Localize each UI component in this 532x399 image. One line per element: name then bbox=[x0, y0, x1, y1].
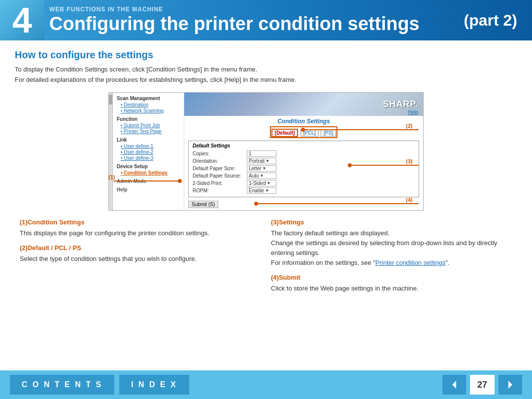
desc-heading-2: (2)Default / PCL / PS bbox=[20, 243, 261, 253]
sim-row-paper-source: Default Paper Source: Auto ▼ bbox=[193, 173, 415, 179]
sidebar-scan-header: Scan Management bbox=[117, 96, 180, 101]
sim-settings-box-title: Default Settings bbox=[193, 143, 415, 148]
sidebar-function-header: Function bbox=[117, 116, 180, 122]
sidebar-link-header: Link bbox=[117, 137, 180, 143]
sim-condition-title: Condition Settings bbox=[188, 118, 419, 125]
sim-tabs: [Default] [PCL] [PS] bbox=[188, 126, 419, 138]
desc-col-left: (1)Condition Settings This displays the … bbox=[20, 218, 261, 294]
sidebar-help-header: Help bbox=[117, 187, 180, 192]
sim-main: SHARP. Help Condition Settings [Default]… bbox=[184, 93, 423, 210]
sim-content: Condition Settings [Default] [PCL] [PS] … bbox=[184, 116, 423, 210]
printer-condition-link[interactable]: Printer condition settings bbox=[375, 259, 445, 266]
desc-text-1: This displays the page for configuring t… bbox=[20, 228, 261, 238]
sidebar-admin-header: Admin Mode bbox=[117, 179, 180, 184]
page-header: 4 WEB FUNCTIONS IN THE MACHINE Configuri… bbox=[0, 0, 532, 40]
sidebar-user1[interactable]: User define-1 bbox=[117, 144, 180, 149]
sim-row-orientation: Orientation: Portrait ▼ bbox=[193, 158, 415, 164]
sidebar-user3[interactable]: User define-3 bbox=[117, 155, 180, 161]
sim-row-ropm: ROPM: Enable ▼ bbox=[193, 187, 415, 194]
sim-submit-row: Submit (S) bbox=[188, 199, 419, 208]
sim-tab-default[interactable]: [Default] bbox=[271, 129, 299, 137]
sim-submit-button[interactable]: Submit (S) bbox=[188, 201, 218, 208]
footer-nav: 27 bbox=[442, 375, 522, 395]
section-title: How to configure the settings bbox=[15, 49, 517, 61]
header-part: (part 2) bbox=[464, 0, 532, 40]
sharp-logo: SHARP. bbox=[383, 99, 418, 109]
sidebar-printer-test[interactable]: Printer Test Page bbox=[117, 129, 180, 134]
sim-row-copies: Copies: 1 bbox=[193, 150, 415, 157]
sidebar-user2[interactable]: User define-2 bbox=[117, 149, 180, 155]
sim-scrollbar bbox=[109, 93, 113, 210]
sidebar-network-scanning[interactable]: Network Scanning bbox=[117, 108, 180, 113]
page-number: 27 bbox=[470, 375, 495, 395]
desc-text-2: Select the type of condition settings th… bbox=[20, 254, 261, 264]
desc-heading-3: (3)Settings bbox=[271, 218, 512, 227]
sim-help-link[interactable]: Help bbox=[408, 109, 418, 115]
sim-tab-ps[interactable]: [PS] bbox=[321, 129, 336, 137]
sim-tab-pcl[interactable]: [PCL] bbox=[300, 129, 319, 137]
contents-button[interactable]: C O N T E N T S bbox=[10, 375, 114, 395]
desc-text-3: The factory default settings are display… bbox=[271, 228, 512, 268]
screenshot-container: Scan Management Destination Network Scan… bbox=[15, 92, 517, 211]
desc-text-4: Click to store the Web page settings in … bbox=[271, 284, 512, 293]
index-button[interactable]: I N D E X bbox=[119, 375, 189, 395]
prev-arrow-icon bbox=[449, 380, 459, 390]
sim-row-paper-size: Default Paper Size: Letter ▼ bbox=[193, 165, 415, 172]
next-arrow-icon bbox=[505, 380, 515, 390]
descriptions: (1)Condition Settings This displays the … bbox=[15, 218, 517, 294]
sim-tabs-callout: [Default] [PCL] [PS] bbox=[270, 126, 337, 138]
sim-row-2sided: 2-Sided Print: 1-Sided ▼ bbox=[193, 180, 415, 186]
sim-banner: SHARP. Help bbox=[184, 93, 423, 116]
chapter-number: 4 bbox=[0, 0, 44, 40]
intro-text: To display the Condition Settings screen… bbox=[15, 65, 517, 85]
svg-marker-13 bbox=[508, 381, 512, 389]
main-content: How to configure the settings To display… bbox=[0, 40, 532, 304]
desc-heading-4: (4)Submit bbox=[271, 273, 512, 283]
sim-screen: Scan Management Destination Network Scan… bbox=[108, 92, 424, 211]
footer: C O N T E N T S I N D E X 27 bbox=[0, 370, 532, 399]
svg-marker-12 bbox=[452, 381, 456, 389]
desc-col-right: (3)Settings The factory default settings… bbox=[271, 218, 512, 294]
sidebar-submit-print[interactable]: Submit Print Job bbox=[117, 123, 180, 128]
header-subtitle: WEB FUNCTIONS IN THE MACHINE bbox=[49, 6, 464, 13]
sidebar-condition-settings[interactable]: Condition Settings bbox=[117, 170, 180, 176]
desc-heading-1: (1)Condition Settings bbox=[20, 218, 261, 227]
sim-sidebar: Scan Management Destination Network Scan… bbox=[113, 93, 184, 210]
sim-settings-box: Default Settings Copies: 1 Orientation: … bbox=[188, 141, 419, 197]
header-title: Configuring the printer condition settin… bbox=[49, 14, 464, 35]
screenshot-wrapper: Scan Management Destination Network Scan… bbox=[108, 92, 424, 211]
header-text-block: WEB FUNCTIONS IN THE MACHINE Configuring… bbox=[44, 0, 464, 40]
prev-page-button[interactable] bbox=[442, 375, 466, 395]
sidebar-device-header: Device Setup bbox=[117, 164, 180, 169]
next-page-button[interactable] bbox=[499, 375, 522, 395]
sidebar-destination[interactable]: Destination bbox=[117, 102, 180, 108]
